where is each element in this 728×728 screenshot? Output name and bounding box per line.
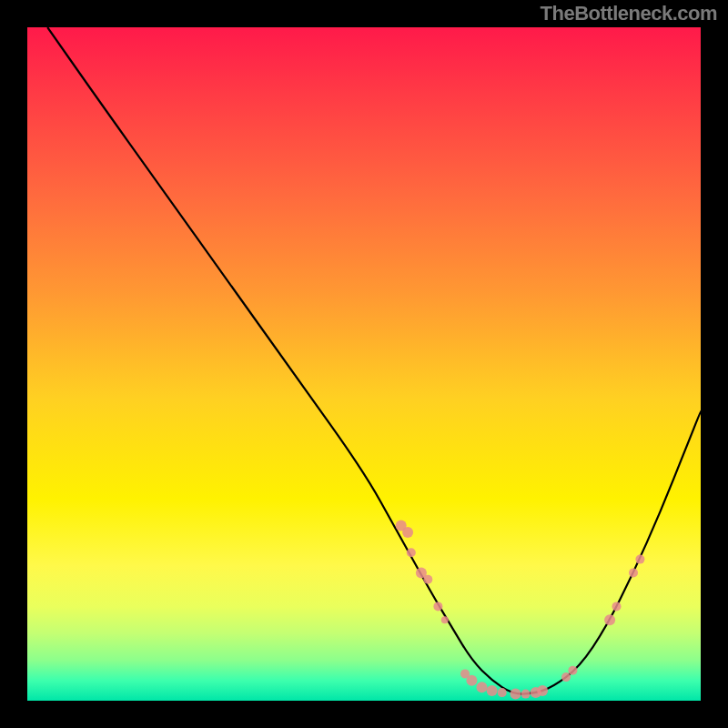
- data-marker: [423, 575, 432, 584]
- data-marker: [604, 614, 615, 625]
- data-marker: [635, 555, 644, 564]
- data-marker: [433, 602, 442, 611]
- data-marker: [477, 682, 488, 693]
- marker-group: [396, 521, 645, 700]
- data-marker: [511, 689, 521, 700]
- data-marker: [466, 675, 477, 686]
- data-marker: [487, 685, 498, 696]
- data-marker: [537, 685, 548, 696]
- data-marker: [568, 666, 577, 675]
- data-marker: [521, 690, 531, 699]
- data-marker: [612, 602, 622, 611]
- data-marker: [407, 548, 416, 557]
- curve-line: [47, 27, 701, 694]
- chart-svg: [27, 27, 701, 701]
- attribution-label: TheBottleneck.com: [541, 2, 717, 25]
- data-marker: [498, 688, 507, 697]
- data-marker: [561, 672, 571, 682]
- data-marker: [629, 568, 638, 577]
- plot-area: [27, 27, 701, 701]
- data-marker: [441, 616, 449, 623]
- data-marker: [402, 527, 413, 538]
